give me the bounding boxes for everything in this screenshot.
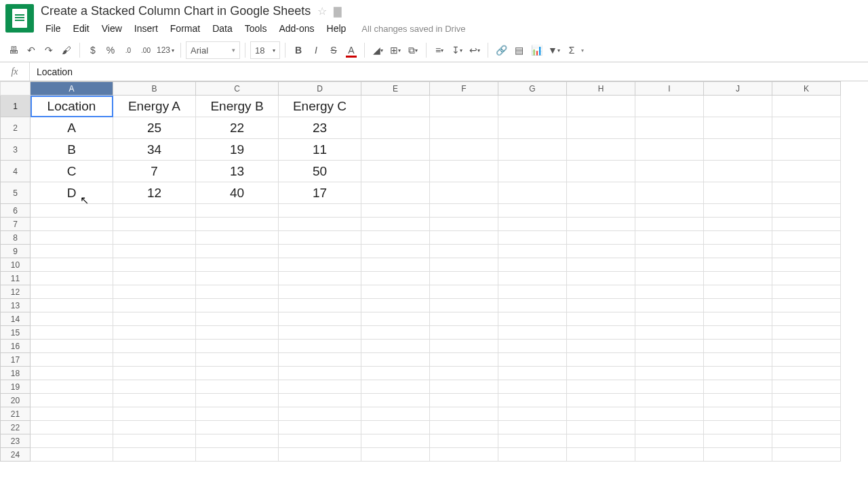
- cell-G16[interactable]: [498, 340, 567, 353]
- cell-A22[interactable]: [31, 421, 113, 434]
- cell-A15[interactable]: [31, 326, 113, 340]
- menu-help[interactable]: Help: [322, 21, 351, 36]
- cell-C5[interactable]: 40: [196, 182, 279, 204]
- cell-A6[interactable]: [31, 204, 113, 218]
- col-header-H[interactable]: H: [567, 82, 635, 96]
- cell-I6[interactable]: [635, 204, 704, 218]
- row-header-3[interactable]: 3: [1, 139, 31, 161]
- cell-F5[interactable]: [430, 182, 498, 204]
- cell-K12[interactable]: [772, 285, 841, 299]
- formula-input[interactable]: Location: [30, 66, 868, 77]
- cell-F3[interactable]: [430, 139, 498, 161]
- cell-D14[interactable]: [279, 312, 361, 326]
- cell-I15[interactable]: [635, 326, 704, 340]
- cell-J3[interactable]: [704, 139, 772, 161]
- cell-H14[interactable]: [567, 312, 635, 326]
- cell-C2[interactable]: 22: [196, 117, 279, 139]
- cell-I20[interactable]: [635, 394, 704, 407]
- cell-F16[interactable]: [430, 340, 498, 353]
- currency-button[interactable]: $: [85, 41, 101, 59]
- cell-C15[interactable]: [196, 326, 279, 340]
- cell-F13[interactable]: [430, 299, 498, 312]
- cell-F22[interactable]: [430, 421, 498, 434]
- row-header-8[interactable]: 8: [1, 231, 31, 245]
- cell-H9[interactable]: [567, 245, 635, 258]
- cell-E17[interactable]: [361, 353, 430, 367]
- cell-K21[interactable]: [772, 407, 841, 421]
- cell-B1[interactable]: Energy A: [113, 96, 196, 117]
- cell-G2[interactable]: [498, 117, 567, 139]
- row-header-10[interactable]: 10: [1, 258, 31, 272]
- cell-D23[interactable]: [279, 434, 361, 448]
- cell-G7[interactable]: [498, 218, 567, 231]
- insert-chart-icon[interactable]: 📊: [528, 41, 545, 59]
- cell-K3[interactable]: [772, 139, 841, 161]
- cell-A2[interactable]: A: [31, 117, 113, 139]
- cell-E13[interactable]: [361, 299, 430, 312]
- cell-E23[interactable]: [361, 434, 430, 448]
- cell-A9[interactable]: [31, 245, 113, 258]
- cell-G15[interactable]: [498, 326, 567, 340]
- cell-D12[interactable]: [279, 285, 361, 299]
- cell-D15[interactable]: [279, 326, 361, 340]
- cell-A3[interactable]: B: [31, 139, 113, 161]
- col-header-A[interactable]: A: [31, 82, 113, 96]
- cell-G14[interactable]: [498, 312, 567, 326]
- text-wrap-button[interactable]: ↩▾: [467, 41, 483, 59]
- cell-J12[interactable]: [704, 285, 772, 299]
- cell-J5[interactable]: [704, 182, 772, 204]
- cell-G19[interactable]: [498, 380, 567, 394]
- cell-K23[interactable]: [772, 434, 841, 448]
- cell-F9[interactable]: [430, 245, 498, 258]
- cell-G8[interactable]: [498, 231, 567, 245]
- cell-C3[interactable]: 19: [196, 139, 279, 161]
- cell-G12[interactable]: [498, 285, 567, 299]
- cell-G1[interactable]: [498, 96, 567, 117]
- cell-C21[interactable]: [196, 407, 279, 421]
- cell-G17[interactable]: [498, 353, 567, 367]
- insert-comment-icon[interactable]: ▤: [511, 41, 527, 59]
- cell-E7[interactable]: [361, 218, 430, 231]
- cell-F23[interactable]: [430, 434, 498, 448]
- cell-I8[interactable]: [635, 231, 704, 245]
- cell-C11[interactable]: [196, 272, 279, 285]
- select-all-corner[interactable]: [1, 82, 31, 96]
- row-header-16[interactable]: 16: [1, 340, 31, 353]
- cell-I3[interactable]: [635, 139, 704, 161]
- cell-E1[interactable]: [361, 96, 430, 117]
- cell-K8[interactable]: [772, 231, 841, 245]
- row-header-4[interactable]: 4: [1, 161, 31, 182]
- cell-B17[interactable]: [113, 353, 196, 367]
- cell-J21[interactable]: [704, 407, 772, 421]
- cell-B4[interactable]: 7: [113, 161, 196, 182]
- cell-D3[interactable]: 11: [279, 139, 361, 161]
- cell-G20[interactable]: [498, 394, 567, 407]
- insert-link-icon[interactable]: 🔗: [493, 41, 509, 59]
- cell-C24[interactable]: [196, 448, 279, 462]
- cell-C23[interactable]: [196, 434, 279, 448]
- cell-F17[interactable]: [430, 353, 498, 367]
- cell-I17[interactable]: [635, 353, 704, 367]
- cell-G9[interactable]: [498, 245, 567, 258]
- row-header-18[interactable]: 18: [1, 367, 31, 380]
- cell-J8[interactable]: [704, 231, 772, 245]
- cell-F18[interactable]: [430, 367, 498, 380]
- cell-A1[interactable]: Location: [31, 96, 113, 117]
- cell-A11[interactable]: [31, 272, 113, 285]
- cell-B8[interactable]: [113, 231, 196, 245]
- col-header-E[interactable]: E: [361, 82, 430, 96]
- cell-K18[interactable]: [772, 367, 841, 380]
- cell-H1[interactable]: [567, 96, 635, 117]
- cell-H12[interactable]: [567, 285, 635, 299]
- cell-B16[interactable]: [113, 340, 196, 353]
- print-icon[interactable]: 🖶: [5, 41, 22, 59]
- cell-C7[interactable]: [196, 218, 279, 231]
- cell-I14[interactable]: [635, 312, 704, 326]
- cell-B5[interactable]: 12: [113, 182, 196, 204]
- cell-D16[interactable]: [279, 340, 361, 353]
- cell-F24[interactable]: [430, 448, 498, 462]
- cell-J9[interactable]: [704, 245, 772, 258]
- cell-C6[interactable]: [196, 204, 279, 218]
- cell-H10[interactable]: [567, 258, 635, 272]
- cell-I23[interactable]: [635, 434, 704, 448]
